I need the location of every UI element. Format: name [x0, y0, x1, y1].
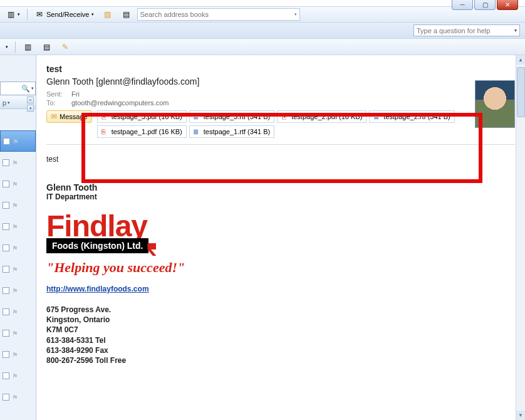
- send-receive-button[interactable]: ✉ Send/Receive ▾: [31, 8, 97, 21]
- checkbox[interactable]: [3, 372, 9, 379]
- checkbox[interactable]: [3, 138, 10, 145]
- address-book-button[interactable]: ▤: [118, 8, 135, 21]
- toolbar-button-generic-2[interactable]: ▨: [100, 8, 116, 21]
- signature-block: Glenn Tooth IT Department Findlay Foods …: [46, 182, 515, 365]
- list-item[interactable]: ⚑: [0, 386, 36, 407]
- list-item[interactable]: ⚑: [0, 258, 36, 280]
- checkbox[interactable]: [3, 287, 9, 294]
- message-subject: test: [46, 64, 515, 74]
- to-value: gtooth@redwingcomputers.com: [71, 99, 169, 107]
- attachment-item[interactable]: ⎘testpage_2.pdf (16 KB): [277, 110, 366, 123]
- window-close-button[interactable]: ✕: [497, 0, 518, 10]
- message-body: test Glenn Tooth IT Department Findlay F…: [46, 145, 515, 365]
- flag-icon[interactable]: ⚑: [13, 138, 19, 145]
- address-search-box[interactable]: ▾: [137, 8, 300, 21]
- attachment-item[interactable]: ⎘testpage_3.pdf (16 KB): [97, 110, 187, 123]
- attachment-name: testpage_2.rtf (341 B): [383, 113, 450, 120]
- address-search-input[interactable]: [140, 11, 292, 18]
- attachment-item[interactable]: ≣testpage_2.rtf (341 B): [369, 110, 454, 123]
- flag-icon[interactable]: ⚑: [12, 351, 19, 358]
- chevron-down-icon: ▾: [31, 86, 34, 91]
- checkbox[interactable]: [3, 223, 9, 230]
- checkbox[interactable]: [3, 159, 9, 166]
- scroll-up-button[interactable]: ▲: [516, 55, 525, 65]
- attachment-name: testpage_2.pdf (16 KB): [291, 113, 362, 120]
- attachment-name: testpage_1.rtf (341 B): [204, 128, 270, 135]
- body-text: test: [46, 155, 515, 164]
- window-maximize-button[interactable]: ▢: [474, 0, 496, 10]
- scroll-down-button[interactable]: ▼: [516, 411, 525, 420]
- signature-name: Glenn Tooth: [46, 182, 515, 192]
- flag-icon[interactable]: ⚑: [12, 159, 19, 166]
- checkbox[interactable]: [3, 351, 9, 358]
- flag-icon[interactable]: ⚑: [12, 330, 19, 337]
- flag-icon[interactable]: ⚑: [12, 202, 19, 209]
- reading-pane: test Glenn Tooth [glennt@findlayfoods.co…: [36, 55, 525, 420]
- list-item[interactable]: ⚑: [0, 173, 36, 194]
- flag-icon[interactable]: ⚑: [12, 244, 19, 251]
- list-item[interactable]: ⚑: [0, 216, 36, 237]
- folder-icon: ▨: [103, 9, 113, 19]
- card-view-icon: ▤: [41, 42, 51, 52]
- signature-address: 675 Progress Ave. Kingston, Ontario K7M …: [46, 305, 515, 365]
- content-area: 🔍 ▾ p ▾ « ▾ ⚑ ⚑ ⚑ ⚑ ⚑ ⚑ ⚑ ⚑ ⚑ ⚑ ⚑ ⚑: [0, 55, 525, 420]
- send-receive-icon: ✉: [34, 9, 44, 19]
- attachment-name: testpage_3.pdf (16 KB): [112, 113, 182, 120]
- list-search-box[interactable]: 🔍 ▾: [0, 81, 36, 95]
- flag-icon[interactable]: ⚑: [12, 223, 19, 230]
- sent-value: Fri: [71, 90, 80, 98]
- rtf-icon: ≣: [191, 112, 201, 122]
- list-item[interactable]: ⚑: [0, 365, 36, 386]
- flag-icon[interactable]: ⚑: [12, 394, 19, 401]
- pdf-icon: ⎘: [279, 112, 289, 122]
- list-item[interactable]: ⚑: [0, 194, 36, 216]
- toolbar-divider: [15, 41, 16, 53]
- checkbox[interactable]: [3, 202, 9, 209]
- message-tab-label: Message: [60, 113, 88, 120]
- toolbar2-button-4[interactable]: ✎: [57, 40, 73, 54]
- checkbox[interactable]: [3, 330, 9, 337]
- titlebar: ─ ▢ ✕: [0, 0, 525, 6]
- flag-icon[interactable]: ⚑: [12, 287, 19, 294]
- list-item[interactable]: ⚑: [0, 344, 36, 365]
- flag-icon[interactable]: ⚑: [12, 308, 19, 315]
- window-minimize-button[interactable]: ─: [452, 0, 473, 10]
- attachment-item[interactable]: ⎘testpage_1.pdf (16 KB): [97, 125, 187, 138]
- checkbox[interactable]: [3, 266, 9, 273]
- logo-r-shape: [147, 243, 156, 256]
- sent-label: Sent:: [46, 90, 66, 98]
- list-item[interactable]: ⚑: [0, 301, 36, 322]
- flag-icon[interactable]: ⚑: [12, 266, 19, 273]
- rtf-icon: ≣: [371, 112, 381, 122]
- attachment-item[interactable]: ≣testpage_3.rtf (341 B): [189, 110, 274, 123]
- addr-line: K7M 0C7: [46, 325, 515, 335]
- pane-expand-button[interactable]: «: [27, 97, 34, 103]
- vertical-scrollbar[interactable]: ▲ ▼: [516, 55, 525, 420]
- scroll-thumb[interactable]: [517, 67, 525, 117]
- toolbar2-button-2[interactable]: ▥: [19, 40, 36, 54]
- list-item[interactable]: ⚑: [0, 322, 36, 344]
- website-link[interactable]: http://www.findlayfoods.com: [46, 285, 149, 293]
- pdf-icon: ⎘: [99, 127, 109, 137]
- help-search-placeholder: Type a question for help: [417, 27, 490, 34]
- checkbox[interactable]: [3, 394, 9, 401]
- attachment-item[interactable]: ≣testpage_1.rtf (341 B): [189, 125, 274, 138]
- flag-icon[interactable]: ⚑: [12, 372, 19, 379]
- flag-icon[interactable]: ⚑: [12, 181, 19, 187]
- checkbox[interactable]: [3, 181, 9, 187]
- pdf-icon: ⎘: [99, 112, 109, 122]
- help-search-box[interactable]: Type a question for help ▾: [413, 24, 520, 36]
- pane-collapse-button[interactable]: ▾: [27, 105, 34, 112]
- toolbar2-button-1[interactable]: ▾: [3, 43, 11, 51]
- list-item[interactable]: ⚑: [0, 130, 36, 152]
- attachment-list: ⎘testpage_3.pdf (16 KB)≣testpage_3.rtf (…: [97, 110, 515, 138]
- checkbox[interactable]: [3, 244, 9, 251]
- list-item[interactable]: ⚑: [0, 280, 36, 301]
- toolbar2-button-3[interactable]: ▤: [38, 40, 55, 54]
- toolbar-button-generic-1[interactable]: ▥▾: [3, 8, 23, 21]
- list-item[interactable]: ⚑: [0, 152, 36, 173]
- list-item[interactable]: ⚑: [0, 237, 36, 258]
- checkbox[interactable]: [3, 308, 9, 315]
- message-tab-button[interactable]: ✉ Message: [46, 110, 92, 123]
- attachment-name: testpage_1.pdf (16 KB): [112, 128, 182, 135]
